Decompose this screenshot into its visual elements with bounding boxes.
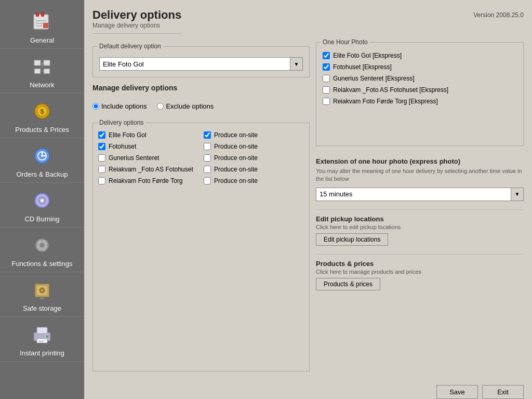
svg-rect-26 [42,238,43,241]
one-hour-group: One Hour Photo Elite Foto Gol [Ekspress]… [316,42,524,146]
oh-check-3[interactable] [323,86,330,94]
safe-icon [30,277,55,302]
delivery-produce-0: Produce on-site [204,131,304,139]
svg-point-25 [39,243,45,248]
left-panel: Default delivery option ▼ Manage deliver… [92,42,310,371]
svg-point-22 [41,200,43,202]
default-delivery-input[interactable] [99,57,290,71]
delivery-name-2: Gunerius Senteret [109,154,159,162]
produce-name-2: Produce on-site [214,154,258,162]
oh-check-2[interactable] [323,75,330,82]
delivery-produce-1: Produce on-site [204,143,304,150]
delivery-produce-2: Produce on-site [204,154,304,162]
svg-point-19 [41,155,43,157]
delivery-name-3: Reiakvam _Foto AS Fotohuset [109,166,193,173]
include-options-radio[interactable] [92,103,99,110]
sidebar-label-general: General [30,36,54,44]
delivery-produce-3: Produce on-site [204,166,304,173]
cd-icon [30,188,55,213]
oh-check-1[interactable] [323,63,330,71]
svg-rect-1 [36,12,39,17]
svg-rect-27 [42,250,43,252]
delivery-item-1: Fotohuset [98,143,198,150]
delivery-name-4: Reiakvam Foto Førde Torg [109,177,183,184]
extension-title: Extension of one hour photo (express pho… [316,157,524,165]
orders-icon [30,143,55,168]
sidebar-label-orders: Orders & Backup [17,170,68,178]
sidebar-label-products: Products & Prices [15,126,69,134]
produce-check-2[interactable] [204,154,211,162]
sidebar-label-cd: CD Burning [24,215,59,223]
network-icon [30,54,55,79]
sidebar-item-safe-storage[interactable]: Safe storage [0,272,84,317]
oh-item-0: Elite Foto Gol [Ekspress] [323,52,517,59]
default-delivery-dropdown[interactable]: ▼ [290,57,303,71]
edit-pickup-title: Edit pickup locations [316,215,524,223]
sidebar-item-network[interactable]: Network [0,49,84,94]
products-prices-button[interactable]: Products & prices [316,278,380,290]
produce-check-3[interactable] [204,166,211,173]
right-panel: One Hour Photo Elite Foto Gol [Ekspress]… [316,42,524,371]
delivery-check-4[interactable] [98,177,105,184]
delivery-item-2: Gunerius Senteret [98,154,198,162]
svg-rect-9 [34,69,41,74]
delivery-name-0: Elite Foto Gol [109,131,147,139]
edit-pickup-button[interactable]: Edit pickup locations [316,233,388,246]
oh-item-4: Reiakvam Foto Førde Torg [Ekspress] [323,98,517,105]
oh-name-3: Reiakvam _Foto AS Fotohuset [Ekspress] [333,86,448,94]
exit-button[interactable]: Exit [482,385,524,399]
oh-name-4: Reiakvam Foto Førde Torg [Ekspress] [333,98,438,105]
svg-rect-43 [38,340,46,341]
delivery-item-0: Elite Foto Gol [98,131,198,139]
default-delivery-label: Default delivery option [97,43,163,50]
delivery-options-group: Delivery options Elite Foto Gol Produce … [92,123,310,371]
printing-icon [30,322,55,347]
svg-rect-2 [41,12,44,17]
sidebar-item-cd-burning[interactable]: CD Burning [0,183,84,228]
svg-rect-10 [44,69,50,74]
sidebar-item-instant-printing[interactable]: Instant printing [0,317,84,362]
delivery-check-2[interactable] [98,154,105,162]
produce-check-4[interactable] [204,177,211,184]
svg-rect-38 [40,298,44,299]
general-icon [30,9,55,34]
sidebar: General Network $ Products & Prices [0,0,84,399]
main-content: Delivery options Manage delivery options… [84,0,532,380]
delivery-check-0[interactable] [98,131,105,139]
oh-check-0[interactable] [323,52,330,59]
oh-name-1: Fotohuset [Ekspress] [333,63,392,71]
svg-rect-40 [37,327,47,334]
content-row: Default delivery option ▼ Manage deliver… [92,42,524,371]
sidebar-item-products-prices[interactable]: $ Products & Prices [0,94,84,138]
manage-title: Manage delivery options [92,84,310,92]
exclude-options-radio[interactable] [157,103,164,110]
produce-check-1[interactable] [204,143,211,150]
save-button[interactable]: Save [436,385,478,399]
sidebar-label-network: Network [30,81,55,89]
page-subtitle: Manage delivery options [92,22,181,34]
page-title: Delivery options [92,8,181,22]
sidebar-item-functions[interactable]: Functions & settings [0,228,84,272]
svg-rect-8 [44,60,50,65]
produce-name-4: Produce on-site [214,177,258,184]
oh-check-4[interactable] [323,98,330,105]
sidebar-item-general[interactable]: General [0,4,84,49]
produce-name-1: Produce on-site [214,143,258,150]
products-icon: $ [30,99,55,124]
edit-pickup-section: Edit pickup locations Click here to edit… [316,209,524,246]
delivery-check-1[interactable] [98,143,105,150]
extension-select-input[interactable] [316,188,511,201]
include-options-label[interactable]: Include options [92,102,147,110]
oh-item-3: Reiakvam _Foto AS Fotohuset [Ekspress] [323,86,517,94]
exclude-options-label[interactable]: Exclude options [157,102,214,110]
extension-dropdown-btn[interactable]: ▼ [511,188,524,201]
products-prices-desc: Click here to manage products and prices [316,269,524,275]
delivery-check-3[interactable] [98,166,105,173]
sidebar-label-safe: Safe storage [23,304,61,312]
svg-point-42 [46,336,48,338]
products-prices-title: Products & prices [316,260,524,268]
produce-check-0[interactable] [204,131,211,139]
default-delivery-group: Default delivery option ▼ [92,46,310,77]
svg-rect-6 [43,23,48,28]
sidebar-item-orders-backup[interactable]: Orders & Backup [0,138,84,183]
